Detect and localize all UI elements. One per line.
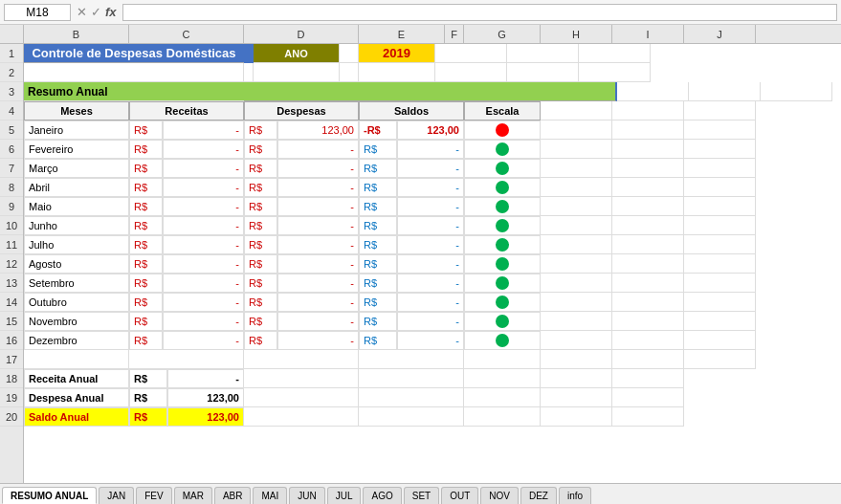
cell-extra-8-2	[684, 274, 756, 293]
cell-saldo-prefix-0: -R$	[359, 121, 397, 140]
cell-receita-rs-5: R$	[129, 216, 163, 235]
cell-extra-0-1	[612, 121, 684, 140]
tab-jan[interactable]: JAN	[99, 487, 134, 504]
tab-info[interactable]: info	[559, 487, 591, 504]
cell-extra-5-0	[541, 216, 612, 235]
cell-17-c	[244, 350, 359, 369]
cell-despesa-val-0: 123,00	[277, 121, 359, 140]
row-19: Despesa Anual R$ 123,00	[24, 388, 841, 407]
col-header-b[interactable]: B	[24, 25, 129, 43]
row-num-6: 6	[0, 140, 23, 159]
formula-input[interactable]	[122, 4, 837, 21]
cell-j1	[579, 44, 651, 63]
cell-header-despesas: Despesas	[244, 101, 359, 121]
cell-receita-anual-rs: R$	[129, 369, 167, 388]
cell-despesa-rs-2: R$	[244, 159, 277, 178]
cell-title[interactable]: Controle de Despesas Domésticas	[24, 44, 244, 63]
cell-ano-label[interactable]: ANO	[254, 44, 340, 63]
row-num-12: 12	[0, 254, 23, 274]
row-num-1: 1	[0, 44, 23, 63]
cell-circle-8	[464, 274, 541, 293]
cell-saldo-prefix-9: R$	[359, 293, 397, 312]
cell-despesa-anual-rs: R$	[129, 388, 167, 407]
cell-e2	[340, 63, 359, 82]
col-header-g[interactable]: G	[464, 25, 541, 43]
tab-mar[interactable]: MAR	[174, 487, 212, 504]
cell-despesa-rs-5: R$	[244, 216, 277, 235]
cell-circle-10	[464, 312, 541, 331]
cell-extra-10-2	[684, 312, 756, 331]
row-1: Controle de Despesas Domésticas ANO 2019	[24, 44, 841, 63]
cell-circle-2	[464, 159, 541, 178]
cell-h3	[617, 82, 689, 101]
col-header-d[interactable]: D	[244, 25, 359, 43]
cell-receita-val-4: -	[163, 197, 244, 216]
cell-saldo-anual-val: 123,00	[167, 407, 244, 427]
row-num-9: 9	[0, 197, 23, 216]
cell-receita-rs-2: R$	[129, 159, 163, 178]
cell-receita-val-10: -	[163, 312, 244, 331]
col-header-j[interactable]: J	[684, 25, 756, 43]
col-header-h[interactable]: H	[541, 25, 612, 43]
tab-set[interactable]: SET	[404, 487, 439, 504]
cell-saldo-prefix-10: R$	[359, 312, 397, 331]
green-circle-icon	[496, 334, 509, 347]
row-month-12: AgostoR$-R$-R$-	[24, 254, 841, 274]
cell-resumo-header: Resumo Anual	[24, 82, 244, 101]
row-month-8: AbrilR$-R$-R$-	[24, 178, 841, 197]
cell-19-e	[359, 388, 464, 407]
tab-jul[interactable]: JUL	[327, 487, 362, 504]
cell-extra-10-0	[541, 312, 612, 331]
cell-extra-0-2	[684, 121, 756, 140]
row-num-4: 4	[0, 101, 23, 121]
cell-receita-anual-val: -	[167, 369, 244, 388]
cell-h1	[435, 44, 507, 63]
cell-receita-val-7: -	[163, 254, 244, 274]
cell-header-escala: Escala	[464, 101, 541, 121]
tab-jun[interactable]: JUN	[289, 487, 324, 504]
tab-abr[interactable]: ABR	[214, 487, 252, 504]
tab-ago[interactable]: AGO	[363, 487, 401, 504]
green-circle-icon	[496, 142, 509, 156]
cell-b1-spacer	[244, 44, 254, 63]
cell-saldo-val-10: -	[397, 312, 464, 331]
tab-fev[interactable]: FEV	[136, 487, 171, 504]
cell-receita-val-1: -	[163, 140, 244, 159]
col-header-c[interactable]: C	[129, 25, 244, 43]
row-num-18: 18	[0, 369, 23, 388]
cell-saldo-prefix-5: R$	[359, 216, 397, 235]
spreadsheet-title: Controle de Despesas Domésticas	[32, 46, 235, 60]
tab-out[interactable]: OUT	[441, 487, 478, 504]
cell-despesa-val-11: -	[277, 331, 359, 350]
cancel-icon[interactable]: ✕	[77, 5, 87, 19]
cell-saldo-prefix-11: R$	[359, 331, 397, 350]
cell-saldo-anual-rs: R$	[129, 407, 167, 427]
row-18: Receita Anual R$ -	[24, 369, 841, 388]
tab-nov[interactable]: NOV	[480, 487, 519, 504]
col-header-e[interactable]: E	[359, 25, 445, 43]
col-header-f[interactable]: F	[445, 25, 464, 43]
cell-month-name-11: Dezembro	[24, 331, 129, 350]
cell-month-name-3: Abril	[24, 178, 129, 197]
cell-despesa-rs-3: R$	[244, 178, 277, 197]
tab-mai[interactable]: MAI	[253, 487, 287, 504]
cell-saldo-val-1: -	[397, 140, 464, 159]
cell-ano-value[interactable]: 2019	[359, 44, 435, 63]
green-circle-icon	[496, 238, 509, 252]
green-circle-icon	[496, 200, 509, 213]
cell-circle-0	[464, 121, 541, 140]
cell-receita-rs-7: R$	[129, 254, 163, 274]
tab-dez[interactable]: DEZ	[520, 487, 557, 504]
cell-extra-4-1	[612, 197, 684, 216]
col-header-i[interactable]: I	[612, 25, 684, 43]
cell-circle-1	[464, 140, 541, 159]
tab-resumo-anual[interactable]: RESUMO ANUAL	[2, 487, 97, 504]
cell-month-name-5: Junho	[24, 216, 129, 235]
cell-17-h	[684, 350, 756, 369]
cell-extra-9-1	[612, 293, 684, 312]
cell-saldo-val-2: -	[397, 159, 464, 178]
cell-reference-input[interactable]	[4, 4, 71, 21]
row-month-13: SetembroR$-R$-R$-	[24, 274, 841, 293]
confirm-icon[interactable]: ✓	[91, 5, 101, 19]
cell-despesa-val-5: -	[277, 216, 359, 235]
